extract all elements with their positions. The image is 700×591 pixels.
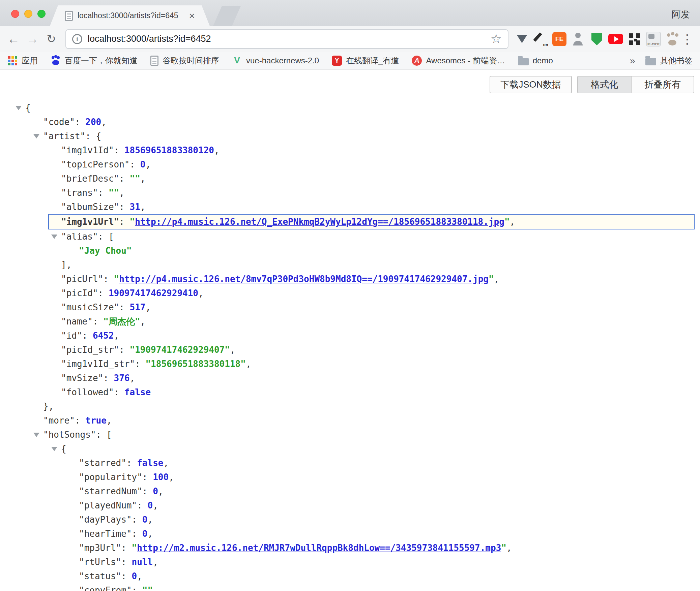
json-token-p: : xyxy=(82,331,93,341)
json-token-p: : xyxy=(135,359,145,369)
json-token-p: : [ xyxy=(98,231,114,242)
window-zoom-button[interactable] xyxy=(37,10,46,18)
youtube-icon[interactable] xyxy=(608,31,623,47)
json-token-p: : xyxy=(132,585,142,591)
download-json-button[interactable]: 下载JSON数据 xyxy=(490,76,572,93)
json-token-s2: "18569651883380118" xyxy=(145,359,245,369)
json-token-p: : [ xyxy=(96,430,112,440)
json-token-k: "img1v1Id_str" xyxy=(61,359,135,369)
bookmark-star-icon[interactable] xyxy=(491,32,502,46)
json-line-highlighted: "img1v1Url": "http://p4.music.126.net/Q_… xyxy=(48,214,695,229)
json-token-p: , xyxy=(158,486,164,496)
browser-menu-icon[interactable] xyxy=(680,32,694,46)
bookmarks-right: » 其他书签 xyxy=(630,55,693,66)
url-text[interactable]: localhost:3000/artists?id=6452 xyxy=(88,34,211,44)
folder-icon xyxy=(518,58,529,65)
json-token-s2: "周杰伦" xyxy=(103,316,140,326)
json-line: "name": "周杰伦", xyxy=(0,314,700,329)
collapse-caret-icon[interactable] xyxy=(33,433,39,437)
fehelper-toolbar: 下载JSON数据 格式化 折叠所有 xyxy=(0,70,700,93)
json-token-k: "copyFrom" xyxy=(79,585,132,591)
other-bookmarks-folder[interactable]: 其他书签 xyxy=(645,55,693,66)
navigation-toolbar: localhost:3000/artists?id=6452 enFEPLAYE… xyxy=(0,26,700,52)
json-token-n: 517 xyxy=(130,302,146,312)
json-token-p: , xyxy=(153,557,158,567)
json-url-link[interactable]: http://p4.music.126.net/Q_ExePNkmqB2yWyL… xyxy=(135,217,504,227)
json-token-p: , xyxy=(246,359,251,369)
bookmark-item[interactable]: Y在线翻译_有道 xyxy=(332,55,399,66)
bookmarks-overflow-chevron[interactable]: » xyxy=(630,55,635,66)
back-button[interactable] xyxy=(4,30,23,49)
json-token-p: : xyxy=(130,159,140,169)
json-token-k: "id" xyxy=(61,331,82,341)
player-icon[interactable]: PLAYER xyxy=(646,32,661,46)
profile-person-icon[interactable] xyxy=(571,31,585,47)
collapse-caret-icon[interactable] xyxy=(51,447,57,451)
page-info-icon[interactable] xyxy=(72,34,82,44)
json-token-p: : xyxy=(132,515,142,525)
json-token-k: "hearTime" xyxy=(79,529,132,539)
json-token-n: 0 xyxy=(140,159,146,169)
json-token-k: "img1v1Id" xyxy=(61,145,114,155)
json-line: "copyFrom": "", xyxy=(0,583,700,591)
qrcode-icon[interactable] xyxy=(627,31,642,47)
json-token-k: "dayPlays" xyxy=(79,515,132,525)
json-token-k: "picId" xyxy=(61,288,98,298)
window-close-button[interactable] xyxy=(11,10,19,18)
bookmark-item[interactable]: Vvue-hackernews-2.0 xyxy=(232,56,319,66)
json-token-p: : xyxy=(137,500,147,510)
json-token-p: , xyxy=(230,345,235,355)
forward-button xyxy=(23,30,42,49)
tab-bar: localhost:3000/artists?id=645 × 阿发 xyxy=(0,0,700,26)
bookmark-label: vue-hackernews-2.0 xyxy=(246,56,319,65)
json-token-p: , xyxy=(153,585,158,591)
browser-tab[interactable]: localhost:3000/artists?id=645 × xyxy=(50,5,210,26)
json-token-p: { xyxy=(25,103,31,113)
json-token-s2: " xyxy=(501,543,506,553)
collapse-caret-icon[interactable] xyxy=(33,134,39,138)
reload-button[interactable] xyxy=(42,30,61,49)
bookmark-item[interactable]: demo xyxy=(518,56,553,65)
json-token-k: "topicPerson" xyxy=(61,159,130,169)
profile-name[interactable]: 阿发 xyxy=(672,8,690,21)
collapse-caret-icon[interactable] xyxy=(16,106,22,110)
json-url-link[interactable]: http://m2.music.126.net/RMJR7wDullRqppBk… xyxy=(137,543,501,553)
translate-pen-icon[interactable]: en xyxy=(533,31,548,47)
json-token-k: "musicSize" xyxy=(61,302,119,312)
tab-close-icon[interactable]: × xyxy=(189,11,195,21)
fehelper-icon[interactable]: FE xyxy=(552,32,566,46)
json-token-p: : xyxy=(93,316,103,326)
collapse-all-button[interactable]: 折叠所有 xyxy=(632,76,694,93)
json-token-n: 0 xyxy=(142,515,148,525)
paw-icon[interactable] xyxy=(665,31,680,47)
json-token-p: , xyxy=(145,159,151,169)
json-token-s2: " xyxy=(114,274,119,284)
json-line: }, xyxy=(0,399,700,413)
json-line: "picUrl": "http://p4.music.126.net/8mv7q… xyxy=(0,272,700,286)
json-url-link[interactable]: http://p4.music.126.net/8mv7qP30Pd3oHW8b… xyxy=(119,274,489,284)
new-tab-button[interactable] xyxy=(213,6,241,26)
json-token-k: "followed" xyxy=(61,387,114,397)
window-minimize-button[interactable] xyxy=(24,10,32,18)
json-line: { xyxy=(0,101,700,115)
arrow-extension-icon[interactable] xyxy=(515,31,529,47)
json-line: "trans": "", xyxy=(0,186,700,200)
json-token-s2: " xyxy=(130,217,135,227)
bookmark-item[interactable]: 百度一下，你就知道 xyxy=(51,55,138,66)
json-line: "img1v1Id_str": "18569651883380118", xyxy=(0,357,700,371)
collapse-caret-icon[interactable] xyxy=(51,235,57,239)
format-button[interactable]: 格式化 xyxy=(577,76,632,93)
json-token-s2: " xyxy=(504,217,510,227)
bookmark-item[interactable]: 谷歌按时间排序 xyxy=(150,55,219,66)
address-bar[interactable]: localhost:3000/artists?id=6452 xyxy=(65,29,508,49)
bookmark-item[interactable]: 应用 xyxy=(7,55,38,66)
json-line: "artist": { xyxy=(0,129,700,143)
json-token-s2: " xyxy=(489,274,494,284)
json-line: "starred": false, xyxy=(0,456,700,470)
bookmark-item[interactable]: AAwesomes - 前端资… xyxy=(412,55,505,66)
shield-icon[interactable] xyxy=(589,31,604,47)
json-token-p: : xyxy=(119,302,129,312)
json-token-k: "mp3Url" xyxy=(79,543,121,553)
json-line: "img1v1Id": 18569651883380120, xyxy=(0,143,700,157)
json-token-p: , xyxy=(140,202,146,212)
